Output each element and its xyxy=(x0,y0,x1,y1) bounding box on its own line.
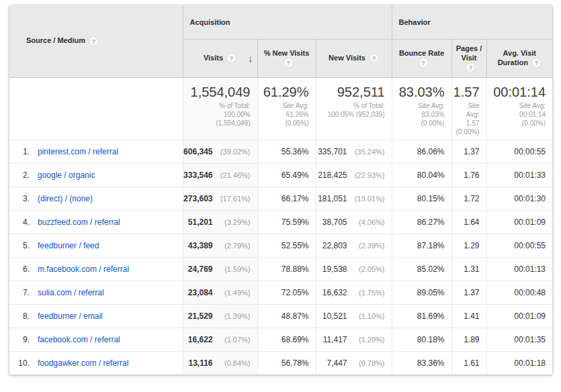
table-row: 4.buzzfeed.com / referral51,201(3.29%)75… xyxy=(9,210,552,234)
pages-visit-cell: 1.29 xyxy=(451,234,486,257)
column-header-bounce-rate[interactable]: Bounce Rate? xyxy=(392,39,451,77)
bounce-rate-cell: 86.06% xyxy=(392,140,451,163)
pages-visit-cell: 1.37 xyxy=(451,281,486,304)
column-header-pct-new-visits[interactable]: % New Visits? xyxy=(257,39,316,77)
new-visits-cell: 19,538(2.05%) xyxy=(316,257,392,281)
bounce-rate-cell: 83.36% xyxy=(392,351,451,375)
new-visits-cell: 11,417(1.20%) xyxy=(316,328,392,351)
row-rank: 5. xyxy=(9,241,30,250)
pages-visit-cell: 1.72 xyxy=(451,187,486,210)
pct-new-visits-cell: 68.69% xyxy=(257,328,316,351)
help-icon[interactable]: ? xyxy=(284,58,294,68)
summary-pages-visit-sub: Site Avg: 1.57 (0.00%) xyxy=(452,101,480,136)
bounce-rate-cell: 81.69% xyxy=(392,304,451,328)
pages-visit-cell: 1.61 xyxy=(451,351,486,375)
source-medium-cell: 7.sulia.com / referral xyxy=(9,281,183,304)
table-row: 5.feedburner / feed43,389(2.79%)52.55%22… xyxy=(9,234,552,257)
new-visits-value: 38,705 xyxy=(322,217,347,227)
source-medium-link[interactable]: buzzfeed.com / referral xyxy=(38,217,120,227)
source-medium-link[interactable]: foodgawker.com / referral xyxy=(38,358,128,368)
source-medium-cell: 8.feedburner / email xyxy=(9,304,183,328)
summary-bounce-rate: 83.03% Site Avg: 83.03% (0.00%) xyxy=(392,77,451,140)
column-header-new-visits[interactable]: New Visits? xyxy=(316,39,392,77)
summary-visits-sub: % of Total: 100.00% (1,554,049) xyxy=(183,101,251,128)
table-row: 9.facebook.com / referral16,622(1.07%)68… xyxy=(9,328,552,351)
new-visits-percent: (1.75%) xyxy=(347,289,385,297)
visits-percent: (1.39%) xyxy=(213,312,251,320)
row-rank: 8. xyxy=(9,311,30,321)
visits-value: 13,116 xyxy=(188,358,212,368)
source-medium-link[interactable]: feedburner / email xyxy=(38,311,103,321)
new-visits-cell: 7,447(0.78%) xyxy=(316,351,392,375)
summary-visits-value: 1,554,049 xyxy=(183,84,251,100)
help-icon[interactable]: ? xyxy=(466,62,476,72)
new-visits-percent: (2.39%) xyxy=(347,242,385,250)
behavior-label: Behavior xyxy=(399,18,431,26)
help-icon[interactable]: ? xyxy=(226,53,236,63)
source-medium-cell: 3.(direct) / (none) xyxy=(9,187,183,210)
pages-visit-cell: 1.31 xyxy=(451,257,486,281)
visits-cell: 21,529(1.39%) xyxy=(183,304,257,328)
bounce-rate-cell: 80.04% xyxy=(392,163,451,187)
visits-value: 43,389 xyxy=(188,241,213,250)
visits-value: 51,201 xyxy=(188,217,213,227)
help-icon[interactable]: ? xyxy=(419,58,429,68)
source-medium-link[interactable]: m.facebook.com / referral xyxy=(38,264,129,274)
source-medium-link[interactable]: (direct) / (none) xyxy=(38,194,93,203)
sort-descending-icon[interactable]: ↓ xyxy=(248,54,253,63)
source-medium-link[interactable]: feedburner / feed xyxy=(38,241,99,250)
summary-new-visits-sub: % of Total: 100.05% (952,039) xyxy=(316,101,385,119)
avg-duration-label: Avg. Visit Duration xyxy=(498,49,536,66)
visits-value: 23,084 xyxy=(188,288,213,297)
duration-cell: 00:01:33 xyxy=(486,163,552,187)
visits-value: 21,529 xyxy=(188,311,213,321)
bounce-rate-cell: 89.05% xyxy=(392,281,451,304)
help-icon[interactable]: ? xyxy=(369,53,379,63)
visits-percent: (39.02%) xyxy=(213,148,251,156)
source-medium-link[interactable]: pinterest.com / referral xyxy=(38,147,118,156)
column-header-avg-duration[interactable]: Avg. Visit Duration? xyxy=(486,39,552,77)
bounce-rate-cell: 80.18% xyxy=(392,328,451,351)
source-medium-cell: 9.facebook.com / referral xyxy=(9,328,183,351)
visits-value: 24,769 xyxy=(188,264,213,274)
source-medium-link[interactable]: facebook.com / referral xyxy=(38,335,120,344)
duration-cell: 00:01:30 xyxy=(486,187,552,210)
new-visits-value: 19,538 xyxy=(322,264,347,274)
pages-visit-cell: 1.37 xyxy=(451,140,486,163)
duration-cell: 00:01:18 xyxy=(486,351,552,375)
source-medium-cell: 4.buzzfeed.com / referral xyxy=(9,210,183,234)
pages-visit-label: Pages / Visit xyxy=(456,44,482,62)
new-visits-label: New Visits xyxy=(329,54,365,62)
new-visits-percent: (1.10%) xyxy=(347,312,385,320)
source-medium-cell: 2.google / organic xyxy=(9,163,183,187)
pct-new-visits-cell: 72.05% xyxy=(257,281,316,304)
new-visits-percent: (22.93%) xyxy=(347,171,385,179)
bounce-rate-cell: 85.02% xyxy=(392,257,451,281)
table-row: 3.(direct) / (none)273,603(17.61%)66.17%… xyxy=(9,187,552,210)
source-medium-link[interactable]: sulia.com / referral xyxy=(38,288,104,297)
pages-visit-cell: 1.41 xyxy=(451,304,486,328)
source-medium-cell: 1.pinterest.com / referral xyxy=(9,140,183,163)
help-icon[interactable]: ? xyxy=(89,36,99,46)
new-visits-percent: (2.05%) xyxy=(347,265,385,273)
visits-percent: (0.84%) xyxy=(213,359,251,367)
column-header-visits[interactable]: Visits? ↓ xyxy=(183,39,257,77)
visits-label: Visits xyxy=(204,54,223,62)
duration-cell: 00:01:35 xyxy=(486,328,552,351)
source-medium-cell: 6.m.facebook.com / referral xyxy=(9,257,183,281)
acquisition-label: Acquisition xyxy=(190,18,230,26)
help-icon[interactable]: ? xyxy=(531,58,542,68)
column-header-source-medium[interactable]: Source / Medium? xyxy=(9,5,183,77)
summary-pages-visit-value: 1.57 xyxy=(452,84,480,100)
new-visits-percent: (19.01%) xyxy=(347,195,385,203)
visits-value: 16,622 xyxy=(188,335,213,344)
source-medium-link[interactable]: google / organic xyxy=(38,170,95,180)
column-header-pages-visit[interactable]: Pages / Visit? xyxy=(451,39,486,77)
summary-new-visits-value: 952,511 xyxy=(316,84,385,100)
duration-cell: 00:01:09 xyxy=(486,210,552,234)
table-body: 1,554,049 % of Total: 100.00% (1,554,049… xyxy=(9,77,552,375)
summary-avg-duration-sub: Site Avg: 00:01:14 (0.00%) xyxy=(487,101,546,128)
new-visits-value: 10,521 xyxy=(322,311,347,321)
summary-avg-duration-value: 00:01:14 xyxy=(487,84,546,100)
new-visits-value: 7,447 xyxy=(327,358,347,368)
